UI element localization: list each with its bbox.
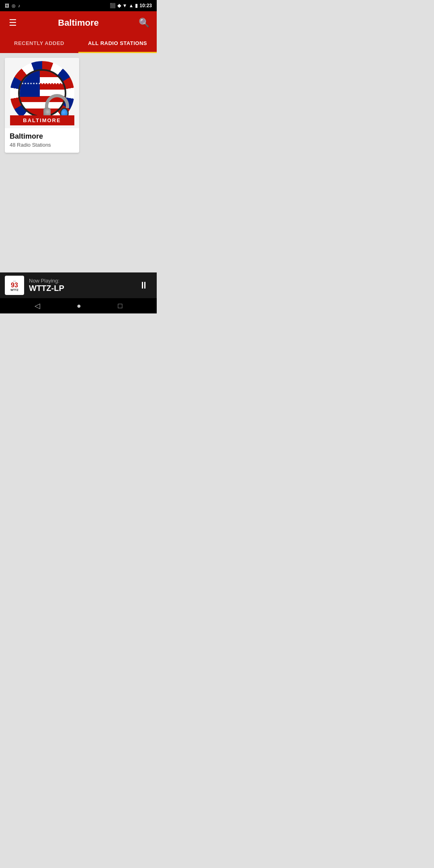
tab-all-radio-stations[interactable]: ALL RADIO STATIONS xyxy=(78,35,157,53)
now-playing-logo: ♪♪♪ 93 WTTZ xyxy=(5,276,24,295)
main-content: ★★★★★★★★★★★★★★★★★★★★★★★★★★★★★★★★★★★★★★★★… xyxy=(0,53,157,272)
headphone-arc xyxy=(45,94,69,108)
card-subtitle: 48 Radio Stations xyxy=(10,142,74,148)
now-playing-station: WTTZ-LP xyxy=(29,284,131,293)
logo-banner: BALTIMORE xyxy=(10,115,74,125)
now-playing-bar[interactable]: ♪♪♪ 93 WTTZ Now Playing: WTTZ-LP ⏸ xyxy=(0,272,157,298)
notification-icon-2: ◎ xyxy=(12,3,16,8)
app-title: Baltimore xyxy=(19,18,137,28)
status-icons-right: ⬛ ◆ ▼ ▲ ▮ 10:23 xyxy=(110,3,152,8)
back-button[interactable]: ◁ xyxy=(28,299,47,313)
cast-icon: ⬛ xyxy=(110,3,116,8)
logo-stars-area: ★★★★★★★★★★★★★★★★★★★★★★★★★★★★★★★★★★★★★★★★… xyxy=(20,71,40,97)
status-icons-left: 🖼 ◎ ♪ xyxy=(5,3,20,8)
wttz-number: 93 xyxy=(11,282,18,289)
data-icon: ◆ xyxy=(117,3,121,8)
tabs-container: RECENTLY ADDED ALL RADIO STATIONS xyxy=(0,35,157,53)
home-button[interactable]: ● xyxy=(70,299,88,313)
now-playing-label: Now Playing: xyxy=(29,278,131,284)
now-playing-info: Now Playing: WTTZ-LP xyxy=(29,278,131,293)
signal-icon: ▲ xyxy=(129,3,133,8)
nav-bar: ◁ ● □ xyxy=(0,298,157,313)
recents-button[interactable]: □ xyxy=(111,299,129,313)
status-bar: 🖼 ◎ ♪ ⬛ ◆ ▼ ▲ ▮ 10:23 xyxy=(0,0,157,11)
tab-recently-added[interactable]: RECENTLY ADDED xyxy=(0,35,78,53)
app-bar: ☰ Baltimore 🔍 xyxy=(0,11,157,35)
time-display: 10:23 xyxy=(139,3,152,8)
battery-icon: ▮ xyxy=(135,3,138,8)
wttz-name: WTTZ xyxy=(10,289,18,291)
card-image: ★★★★★★★★★★★★★★★★★★★★★★★★★★★★★★★★★★★★★★★★… xyxy=(5,58,79,128)
baltimore-card[interactable]: ★★★★★★★★★★★★★★★★★★★★★★★★★★★★★★★★★★★★★★★★… xyxy=(5,58,79,153)
wifi-icon: ▼ xyxy=(123,3,127,8)
search-button[interactable]: 🔍 xyxy=(137,18,150,28)
pause-button[interactable]: ⏸ xyxy=(136,276,152,294)
notification-icon-1: 🖼 xyxy=(5,3,9,8)
menu-button[interactable]: ☰ xyxy=(6,18,19,28)
baltimore-logo: ★★★★★★★★★★★★★★★★★★★★★★★★★★★★★★★★★★★★★★★★… xyxy=(10,61,74,125)
wttz-logo: ♪♪♪ 93 WTTZ xyxy=(6,276,23,294)
card-info: Baltimore 48 Radio Stations xyxy=(5,128,79,153)
card-title: Baltimore xyxy=(10,132,74,141)
notification-icon-3: ♪ xyxy=(18,3,20,8)
